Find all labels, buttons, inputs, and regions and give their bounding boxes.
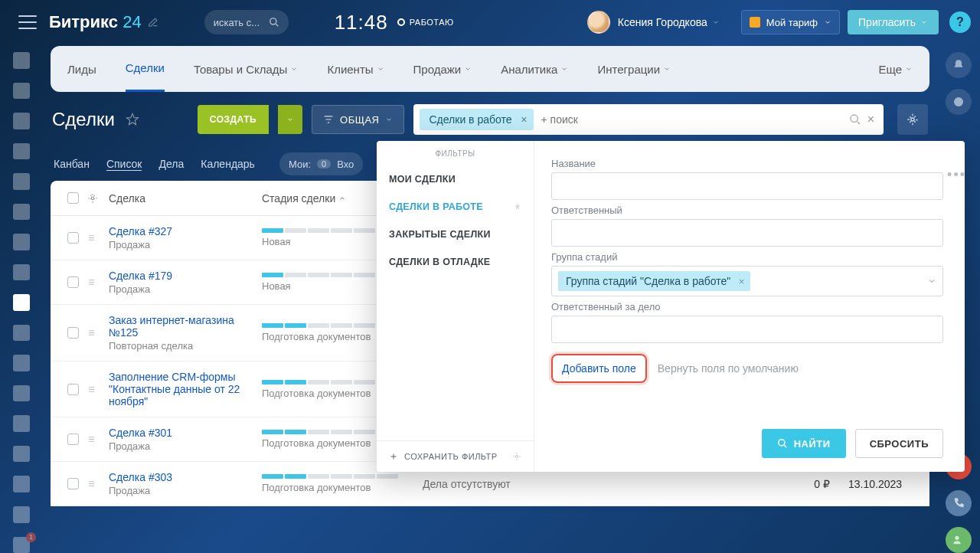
row-menu-icon[interactable] bbox=[87, 385, 109, 394]
field-responsible-input[interactable] bbox=[551, 219, 943, 247]
rail-icon-active[interactable] bbox=[13, 294, 30, 311]
tab-analytics[interactable]: Аналитика bbox=[501, 63, 568, 76]
close-icon[interactable]: × bbox=[739, 276, 745, 287]
add-field-button[interactable]: Добавить поле bbox=[551, 354, 647, 383]
mine-filter[interactable]: Мои: 0 Вхо bbox=[279, 152, 363, 175]
find-button[interactable]: НАЙТИ bbox=[762, 429, 846, 458]
settings-button[interactable] bbox=[897, 104, 928, 135]
row-checkbox[interactable] bbox=[67, 327, 79, 339]
view-kanban[interactable]: Канбан bbox=[54, 158, 90, 170]
chevron-down-icon[interactable] bbox=[712, 18, 720, 26]
filter-preset[interactable]: МОИ СДЕЛКИ bbox=[377, 165, 534, 193]
create-button[interactable]: СОЗДАТЬ bbox=[198, 105, 269, 134]
rail-icon[interactable] bbox=[13, 234, 30, 250]
rail-icon[interactable] bbox=[13, 83, 30, 100]
chat-icon[interactable] bbox=[946, 89, 972, 115]
filter-chip[interactable]: Сделки в работе× bbox=[420, 109, 533, 130]
rail-icon[interactable] bbox=[13, 143, 30, 160]
row-checkbox[interactable] bbox=[67, 232, 79, 244]
tab-deals[interactable]: Сделки bbox=[126, 46, 165, 92]
rail-icon[interactable] bbox=[13, 385, 30, 402]
reset-fields-link[interactable]: Вернуть поля по умолчанию bbox=[658, 362, 799, 375]
more-icon[interactable]: ••• bbox=[947, 167, 966, 183]
gear-icon[interactable] bbox=[512, 452, 521, 461]
select-chip[interactable]: Группа стадий "Сделка в работе"× bbox=[558, 271, 750, 291]
deal-link[interactable]: Заказ интернет-магазина №125 bbox=[109, 314, 262, 339]
people-icon[interactable] bbox=[946, 527, 972, 553]
tab-integrations[interactable]: Интеграции bbox=[597, 63, 671, 76]
stage-progress[interactable] bbox=[262, 474, 398, 479]
rail-icon[interactable] bbox=[13, 415, 30, 432]
view-calendar[interactable]: Календарь bbox=[201, 158, 255, 170]
rail-icon[interactable] bbox=[13, 446, 30, 463]
search-input[interactable] bbox=[534, 113, 846, 126]
field-stagegroup-select[interactable]: Группа стадий "Сделка в работе"× bbox=[551, 266, 943, 296]
search-filter-bar[interactable]: Сделки в работе× × bbox=[413, 104, 884, 135]
rail-icon[interactable] bbox=[13, 204, 30, 221]
logo[interactable]: Битрикс 24 bbox=[49, 12, 142, 32]
stage-label: Подготовка документов bbox=[262, 482, 398, 493]
rail-icon-badge[interactable] bbox=[13, 537, 30, 554]
tariff-button[interactable]: Мой тариф bbox=[741, 10, 840, 34]
invite-button[interactable]: Пригласить bbox=[848, 10, 939, 34]
row-menu-icon[interactable] bbox=[87, 435, 109, 443]
clock: 11:48 bbox=[335, 11, 388, 34]
tab-more[interactable]: Еще bbox=[878, 63, 913, 76]
search-icon[interactable] bbox=[849, 113, 861, 126]
menu-toggle[interactable] bbox=[18, 15, 37, 29]
close-icon[interactable]: × bbox=[867, 113, 874, 126]
save-filter-button[interactable]: СОХРАНИТЬ ФИЛЬТР bbox=[377, 440, 534, 472]
edit-icon[interactable] bbox=[148, 17, 158, 28]
select-all-checkbox[interactable] bbox=[67, 192, 79, 204]
row-checkbox[interactable] bbox=[67, 276, 79, 288]
row-menu-icon[interactable] bbox=[87, 234, 109, 242]
rail-icon[interactable] bbox=[13, 264, 30, 281]
svg-point-6 bbox=[516, 456, 518, 458]
pipeline-filter[interactable]: ОБЩАЯ bbox=[312, 105, 404, 134]
view-list[interactable]: Список bbox=[106, 158, 142, 171]
rail-icon[interactable] bbox=[13, 355, 30, 371]
deal-link[interactable]: Сделка #327 bbox=[109, 225, 262, 237]
col-deal[interactable]: Сделка bbox=[109, 192, 262, 205]
rail-icon[interactable] bbox=[13, 476, 30, 492]
rail-icon[interactable] bbox=[13, 506, 30, 523]
reset-button[interactable]: СБРОСИТЬ bbox=[855, 429, 943, 458]
row-menu-icon[interactable] bbox=[87, 329, 109, 337]
user-name[interactable]: Ксения Городкова bbox=[618, 16, 707, 28]
rail-icon[interactable] bbox=[13, 52, 30, 69]
create-dropdown[interactable] bbox=[278, 105, 302, 134]
row-menu-icon[interactable] bbox=[87, 479, 109, 488]
svg-point-0 bbox=[270, 18, 276, 25]
work-status[interactable]: РАБОТАЮ bbox=[397, 18, 454, 27]
pin-icon[interactable] bbox=[514, 203, 521, 211]
row-menu-icon[interactable] bbox=[87, 278, 109, 286]
rail-icon[interactable] bbox=[13, 325, 30, 342]
row-checkbox[interactable] bbox=[67, 434, 79, 445]
tab-sales[interactable]: Продажи bbox=[413, 63, 472, 76]
gear-icon[interactable] bbox=[87, 193, 109, 204]
notifications-icon[interactable] bbox=[946, 52, 972, 78]
help-button[interactable]: ? bbox=[949, 11, 971, 33]
deal-link[interactable]: Сделка #179 bbox=[109, 270, 262, 282]
row-checkbox[interactable] bbox=[67, 478, 79, 489]
row-checkbox[interactable] bbox=[67, 384, 79, 395]
deal-link[interactable]: Сделка #301 bbox=[109, 427, 262, 439]
deal-link[interactable]: Сделка #303 bbox=[109, 471, 262, 483]
global-search[interactable]: искать с... bbox=[204, 10, 289, 34]
view-activities[interactable]: Дела bbox=[158, 158, 184, 170]
rail-icon[interactable] bbox=[13, 113, 30, 129]
field-responsible-activity-input[interactable] bbox=[551, 316, 943, 343]
tab-leads[interactable]: Лиды bbox=[67, 63, 96, 76]
deal-link[interactable]: Заполнение CRM-формы "Контактные данные … bbox=[109, 371, 262, 407]
tab-products[interactable]: Товары и Склады bbox=[194, 63, 299, 76]
phone-icon[interactable] bbox=[946, 490, 972, 516]
tab-clients[interactable]: Клиенты bbox=[327, 63, 384, 76]
field-name-input[interactable] bbox=[551, 172, 943, 200]
star-icon[interactable] bbox=[126, 113, 139, 126]
filter-preset[interactable]: СДЕЛКИ В ОТЛАДКЕ bbox=[377, 248, 534, 276]
filter-preset[interactable]: ЗАКРЫТЫЕ СДЕЛКИ bbox=[377, 221, 534, 248]
filter-preset-active[interactable]: СДЕЛКИ В РАБОТЕ bbox=[377, 193, 534, 221]
avatar[interactable] bbox=[587, 11, 610, 34]
rail-icon[interactable] bbox=[13, 173, 30, 190]
close-icon[interactable]: × bbox=[521, 113, 527, 126]
